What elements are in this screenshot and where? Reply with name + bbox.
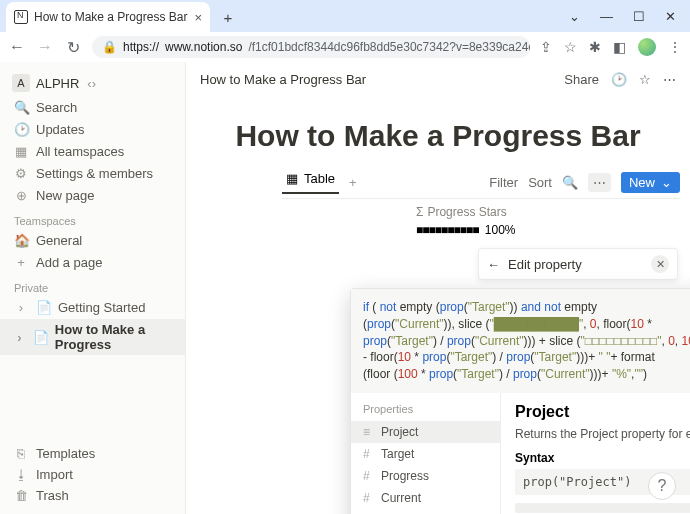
detail-description: Returns the Project property for each en… [515,427,690,441]
panel-title: Edit property [508,257,582,272]
clock-icon[interactable]: 🕑 [611,72,627,87]
new-label: New [629,175,655,190]
sidebar-label: New page [36,188,95,203]
share-button[interactable]: Share [564,72,599,87]
reload-button[interactable]: ↻ [64,38,82,57]
hash-icon: # [363,447,373,461]
property-item-current[interactable]: #Current [351,487,500,509]
sidebar-section-teamspaces: Teamspaces [0,207,185,229]
chevron-right-icon: › [14,300,28,315]
sidebar-templates[interactable]: ⎘Templates [0,443,185,464]
close-panel-button[interactable]: ✕ [651,255,669,273]
workspace-switcher[interactable]: A ALPHR ‹› [0,70,185,96]
workspace-name: ALPHR [36,76,79,91]
breadcrumb[interactable]: How to Make a Progress Bar [200,72,564,87]
chrome-menu-icon[interactable]: ⋮ [668,39,682,55]
filter-button[interactable]: Filter [489,175,518,190]
notion-favicon [14,10,28,24]
trash-icon: 🗑 [14,488,28,503]
sidebar-new-page[interactable]: ⊕New page [0,185,185,206]
sidebar-label: Add a page [36,255,103,270]
share-page-icon[interactable]: ⇪ [540,39,552,55]
tab-close-icon[interactable]: × [194,10,202,25]
help-fab[interactable]: ? [648,472,676,500]
chevron-down-icon[interactable]: ⌄ [569,9,580,24]
property-label: Project [381,425,418,439]
forward-button[interactable]: → [36,38,54,56]
view-tab-table[interactable]: ▦ Table [282,171,339,194]
page-topbar: How to Make a Progress Bar Share 🕑 ☆ ⋯ [186,62,690,97]
back-button[interactable]: ← [8,38,26,56]
page-title: How to Make a Progress Bar [186,119,690,153]
browser-chrome: How to Make a Progress Bar × + ⌄ — ☐ ✕ ←… [0,0,690,62]
property-item-target[interactable]: #Target [351,443,500,465]
templates-icon: ⎘ [14,446,28,461]
url-host: www.notion.so [165,40,242,54]
table-row[interactable]: ■■■■■■■■■■ 100% [186,223,690,237]
bookmark-icon[interactable]: ☆ [564,39,577,55]
formula-textarea[interactable]: if ( not empty (prop("Target")) and not … [351,289,690,393]
hash-icon: # [363,469,373,483]
chevron-down-icon: ⌄ [661,175,672,190]
home-icon: 🏠 [14,233,28,248]
sidebar-getting-started[interactable]: ›📄Getting Started [0,297,185,318]
lines-icon: ≡ [363,425,373,439]
chevron-right-icon: › [14,330,25,345]
formula-editor-popup: if ( not empty (prop("Target")) and not … [350,288,690,514]
new-entry-button[interactable]: New⌄ [621,172,680,193]
formula-icon: Σ [416,205,423,219]
properties-list: Properties ≡Project #Target #Progress #C… [351,393,501,514]
sidebar-updates[interactable]: 🕑Updates [0,119,185,140]
sidebar-current-page[interactable]: ›📄How to Make a Progress [0,319,185,355]
property-item-progress[interactable]: #Progress [351,465,500,487]
column-header[interactable]: Progress Stars [427,205,506,219]
sidebar-section-private: Private [0,274,185,296]
properties-heading: Properties [351,401,500,421]
view-options-button[interactable]: ⋯ [588,173,611,192]
main-content: How to Make a Progress Bar Share 🕑 ☆ ⋯ H… [186,62,690,514]
side-panel-icon[interactable]: ◧ [613,39,626,55]
new-tab-button[interactable]: + [218,7,238,27]
url-field[interactable]: 🔒 https://www.notion.so/f1cf01bdcf8344dc… [92,36,530,58]
minimize-icon[interactable]: — [600,9,613,24]
browser-tab[interactable]: How to Make a Progress Bar × [6,2,210,32]
view-bar: ▦ Table + Filter Sort 🔍 ⋯ New⌄ [282,167,680,199]
table-header: ΣProgress Stars [186,199,690,223]
lock-icon: 🔒 [102,40,117,54]
url-path: /f1cf01bdcf8344dc96fb8dd5e30c7342?v=8e33… [248,40,530,54]
sidebar-import[interactable]: ⭳Import [0,464,185,485]
extensions-icon[interactable]: ✱ [589,39,601,55]
property-label: Progress [381,469,429,483]
sidebar-teamspaces[interactable]: ▦All teamspaces [0,141,185,162]
plus-circle-icon: ⊕ [14,188,28,203]
property-item-project[interactable]: ≡Project [351,421,500,443]
hash-icon: # [363,491,373,505]
close-window-icon[interactable]: ✕ [665,9,676,24]
sidebar-settings[interactable]: ⚙Settings & members [0,163,185,184]
sidebar-general[interactable]: 🏠General [0,230,185,251]
sidebar-search[interactable]: 🔍Search [0,97,185,118]
back-arrow-icon[interactable]: ← [487,257,500,272]
search-db-icon[interactable]: 🔍 [562,175,578,190]
add-view-button[interactable]: + [349,175,357,190]
sidebar-label: All teamspaces [36,144,124,159]
sidebar-add-page[interactable]: +Add a page [0,252,185,273]
maximize-icon[interactable]: ☐ [633,9,645,24]
import-icon: ⭳ [14,467,28,482]
star-icon[interactable]: ☆ [639,72,651,87]
sidebar-label: Import [36,467,73,482]
sidebar-trash[interactable]: 🗑Trash [0,485,185,506]
more-icon[interactable]: ⋯ [663,72,676,87]
progress-pct: 100% [485,223,516,237]
chevron-icon: ‹› [87,76,96,91]
sidebar: A ALPHR ‹› 🔍Search 🕑Updates ▦All teamspa… [0,62,186,514]
tab-bar: How to Make a Progress Bar × + ⌄ — ☐ ✕ [0,0,690,32]
url-scheme: https:// [123,40,159,54]
sidebar-label: Settings & members [36,166,153,181]
sort-button[interactable]: Sort [528,175,552,190]
sidebar-label: How to Make a Progress [55,322,171,352]
profile-avatar[interactable] [638,38,656,56]
sidebar-label: Updates [36,122,84,137]
search-icon: 🔍 [14,100,28,115]
workspace-initial: A [12,74,30,92]
